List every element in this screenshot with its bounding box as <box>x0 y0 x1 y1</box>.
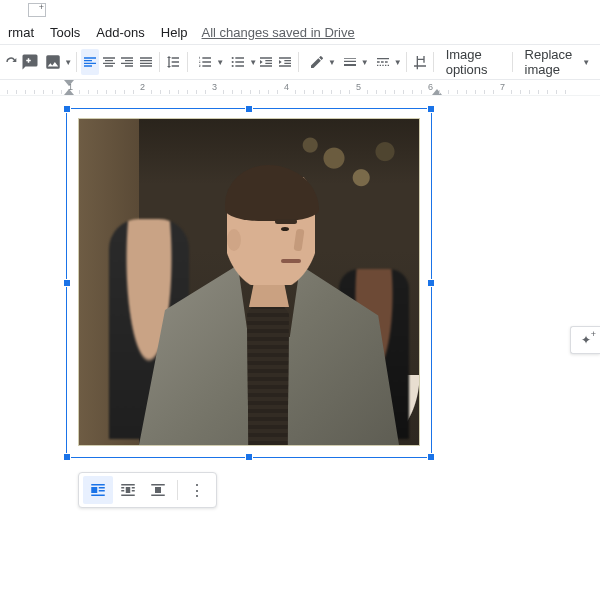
chevron-down-icon: ▼ <box>361 58 369 67</box>
border-color-icon[interactable] <box>303 49 331 75</box>
separator <box>298 52 299 72</box>
wrap-inline-button[interactable] <box>83 476 113 504</box>
increase-indent-button[interactable] <box>276 49 295 75</box>
ruler-tick: 5 <box>356 82 361 92</box>
menu-tools[interactable]: Tools <box>42 21 88 44</box>
image-wrap-toolbar: ⋮ <box>78 472 217 508</box>
line-spacing-button[interactable] <box>164 49 183 75</box>
border-weight-icon[interactable] <box>336 49 364 75</box>
separator <box>187 52 188 72</box>
svg-rect-4 <box>126 487 131 493</box>
insert-image-icon[interactable] <box>39 49 67 75</box>
menu-addons[interactable]: Add-ons <box>88 21 152 44</box>
image-options-button[interactable]: Image options <box>438 49 508 75</box>
resize-handle-sw[interactable] <box>63 453 71 461</box>
svg-point-1 <box>232 61 234 63</box>
more-options-button[interactable]: ⋮ <box>182 476 212 504</box>
separator <box>159 52 160 72</box>
separator <box>433 52 434 72</box>
svg-point-2 <box>232 65 234 67</box>
wrap-text-button[interactable] <box>113 476 143 504</box>
inserted-image[interactable] <box>78 118 420 446</box>
svg-point-0 <box>232 57 234 59</box>
decrease-indent-button[interactable] <box>257 49 276 75</box>
wrap-break-button[interactable] <box>143 476 173 504</box>
align-left-button[interactable] <box>81 49 100 75</box>
resize-handle-e[interactable] <box>427 279 435 287</box>
title-strip <box>0 0 600 20</box>
chevron-down-icon: ▼ <box>328 58 336 67</box>
page[interactable]: ⋮ <box>0 96 600 600</box>
separator <box>512 52 513 72</box>
save-status[interactable]: All changes saved in Drive <box>202 25 355 40</box>
border-weight-dropdown[interactable]: ▼ <box>336 49 369 75</box>
bulleted-list-dropdown[interactable]: ▼ <box>224 49 257 75</box>
align-center-button[interactable] <box>99 49 118 75</box>
chevron-down-icon: ▼ <box>216 58 224 67</box>
border-dash-dropdown[interactable]: ▼ <box>369 49 402 75</box>
border-dash-icon[interactable] <box>369 49 397 75</box>
replace-image-label: Replace image <box>525 47 579 77</box>
ruler-tick: 1 <box>68 82 73 92</box>
replace-image-dropdown[interactable]: Replace image ▼ <box>517 49 599 75</box>
add-comment-icon[interactable] <box>21 49 40 75</box>
photo-content <box>79 119 419 445</box>
horizontal-ruler[interactable]: 1234567 <box>0 80 600 96</box>
ruler-tick: 6 <box>428 82 433 92</box>
explore-side-button[interactable] <box>570 326 600 354</box>
chevron-down-icon: ▼ <box>249 58 257 67</box>
toolbar: ▼ ▼ ▼ <box>0 44 600 80</box>
resize-handle-w[interactable] <box>63 279 71 287</box>
border-color-dropdown[interactable]: ▼ <box>303 49 336 75</box>
more-vertical-icon: ⋮ <box>189 481 205 500</box>
numbered-list-dropdown[interactable]: ▼ <box>191 49 224 75</box>
resize-handle-se[interactable] <box>427 453 435 461</box>
menu-help[interactable]: Help <box>153 21 196 44</box>
document-canvas: ⋮ <box>0 96 600 600</box>
svg-rect-5 <box>155 487 161 493</box>
menu-bar: rmat Tools Add-ons Help All changes save… <box>0 20 600 44</box>
separator <box>406 52 407 72</box>
undo-partial-icon[interactable] <box>2 49 21 75</box>
resize-handle-s[interactable] <box>245 453 253 461</box>
ruler-tick: 4 <box>284 82 289 92</box>
ruler-tick: 3 <box>212 82 217 92</box>
resize-handle-n[interactable] <box>245 105 253 113</box>
align-right-button[interactable] <box>118 49 137 75</box>
ruler-tick: 7 <box>500 82 505 92</box>
resize-handle-ne[interactable] <box>427 105 435 113</box>
insert-image-dropdown[interactable]: ▼ <box>39 49 72 75</box>
bulleted-list-icon[interactable] <box>224 49 252 75</box>
chevron-down-icon: ▼ <box>64 58 72 67</box>
crop-image-button[interactable] <box>410 49 429 75</box>
numbered-list-icon[interactable] <box>191 49 219 75</box>
separator <box>76 52 77 72</box>
right-indent-marker[interactable] <box>432 89 442 95</box>
resize-handle-nw[interactable] <box>63 105 71 113</box>
align-justify-button[interactable] <box>137 49 156 75</box>
menu-format[interactable]: rmat <box>0 21 42 44</box>
separator <box>177 480 178 500</box>
svg-rect-3 <box>91 487 97 493</box>
new-doc-tab-icon[interactable] <box>28 3 46 17</box>
chevron-down-icon: ▼ <box>582 58 590 67</box>
chevron-down-icon: ▼ <box>394 58 402 67</box>
ruler-tick: 2 <box>140 82 145 92</box>
